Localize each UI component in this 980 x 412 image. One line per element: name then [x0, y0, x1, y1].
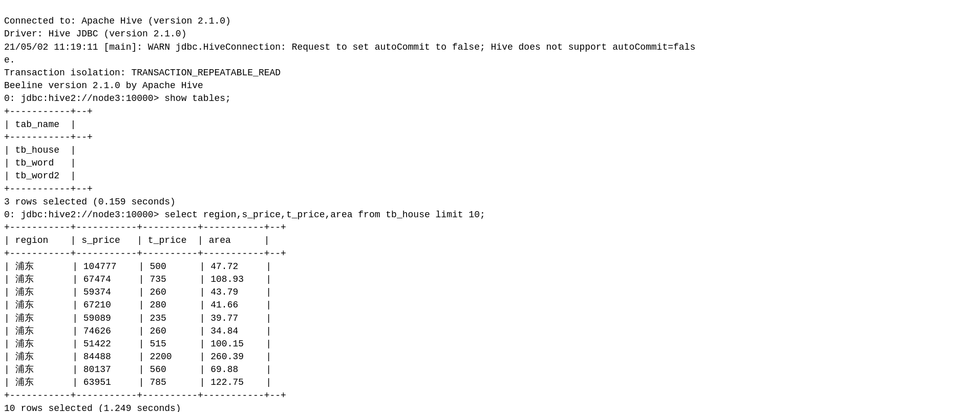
terminal-line: +-----------+-----------+----------+----…: [4, 221, 976, 234]
terminal-line: | 浦东 | 59374 | 260 | 43.79 |: [4, 286, 976, 299]
terminal-window: Connected to: Apache Hive (version 2.1.0…: [0, 0, 980, 412]
terminal-line: 0: jdbc:hive2://node3:10000> show tables…: [4, 92, 976, 105]
terminal-line: | 浦东 | 63951 | 785 | 122.75 |: [4, 376, 976, 389]
terminal-line: 21/05/02 11:19:11 [main]: WARN jdbc.Hive…: [4, 41, 976, 54]
terminal-line: | 浦东 | 67474 | 735 | 108.93 |: [4, 273, 976, 286]
terminal-line: | 浦东 | 59089 | 235 | 39.77 |: [4, 312, 976, 325]
terminal-line: e.: [4, 54, 976, 67]
terminal-line: | 浦东 | 80137 | 560 | 69.88 |: [4, 363, 976, 376]
terminal-line: | region | s_price | t_price | area |: [4, 234, 976, 247]
terminal-line: | 浦东 | 84488 | 2200 | 260.39 |: [4, 351, 976, 363]
terminal-line: | tb_house |: [4, 144, 976, 157]
terminal-line: | 浦东 | 51422 | 515 | 100.15 |: [4, 338, 976, 351]
terminal-line: | 浦东 | 104777 | 500 | 47.72 |: [4, 260, 976, 273]
terminal-line: | tab_name |: [4, 118, 976, 131]
terminal-line: +-----------+--+: [4, 131, 976, 144]
terminal-line: +-----------+--+: [4, 183, 976, 196]
terminal-line: Transaction isolation: TRANSACTION_REPEA…: [4, 67, 976, 79]
terminal-line: 3 rows selected (0.159 seconds): [4, 196, 976, 209]
terminal-line: Beeline version 2.1.0 by Apache Hive: [4, 79, 976, 92]
terminal-line: 0: jdbc:hive2://node3:10000> select regi…: [4, 209, 976, 221]
terminal-line: +-----------+-----------+----------+----…: [4, 248, 976, 260]
terminal-line: 10 rows selected (1.249 seconds): [4, 402, 976, 412]
terminal-line: Connected to: Apache Hive (version 2.1.0…: [4, 15, 976, 28]
terminal-line: | tb_word2 |: [4, 170, 976, 182]
terminal-line: +-----------+--+: [4, 106, 976, 118]
terminal-line: Driver: Hive JDBC (version 2.1.0): [4, 28, 976, 40]
terminal-line: | tb_word |: [4, 157, 976, 170]
terminal-line: | 浦东 | 67210 | 280 | 41.66 |: [4, 299, 976, 312]
terminal-line: | 浦东 | 74626 | 260 | 34.84 |: [4, 325, 976, 338]
terminal-line: +-----------+-----------+----------+----…: [4, 389, 976, 402]
